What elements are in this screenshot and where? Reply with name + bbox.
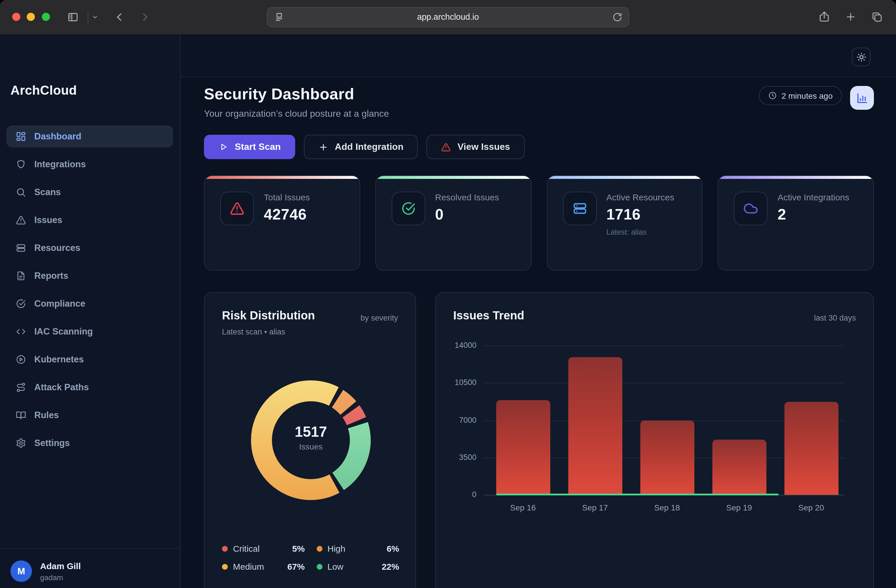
theme-toggle-button[interactable] xyxy=(852,48,870,66)
bar-chart-icon xyxy=(856,92,868,104)
reload-icon[interactable] xyxy=(613,12,622,22)
traffic-light-close[interactable] xyxy=(12,13,20,21)
plus-icon xyxy=(318,142,328,152)
address-bar[interactable]: app.archcloud.io xyxy=(267,7,629,27)
alert-triangle-icon xyxy=(16,215,26,225)
sun-icon xyxy=(856,52,866,62)
stat-card-accent xyxy=(547,176,702,179)
sidebar-user-section: M Adam Gill gadam Sign out xyxy=(0,548,180,588)
y-axis-tick: 14000 xyxy=(440,341,477,349)
add-integration-button[interactable]: Add Integration xyxy=(304,135,418,159)
legend-percent: 5% xyxy=(292,544,305,553)
check-circle-icon xyxy=(401,201,416,216)
legend-dot xyxy=(316,545,322,552)
share-icon[interactable] xyxy=(818,11,830,23)
cloud-icon xyxy=(744,201,759,216)
risk-card-subtitle: Latest scan • alias xyxy=(222,328,285,336)
tabs-overview-icon[interactable] xyxy=(871,11,883,23)
sidebar-item-reports[interactable]: Reports xyxy=(6,265,173,287)
start-scan-button[interactable]: Start Scan xyxy=(204,135,295,159)
play-circle-icon xyxy=(16,354,26,365)
sidebar: ArchCloud DashboardIntegrationsScansIssu… xyxy=(0,34,181,588)
sidebar-item-label: Issues xyxy=(34,215,62,225)
legend-dot xyxy=(222,564,228,570)
donut-svg xyxy=(250,379,372,501)
x-axis-label: Sep 17 xyxy=(563,503,627,512)
chevron-down-icon[interactable] xyxy=(92,14,98,20)
sidebar-item-settings[interactable]: Settings xyxy=(6,432,173,454)
legend-percent: 67% xyxy=(287,562,305,571)
sidebar-item-issues[interactable]: Issues xyxy=(6,209,173,231)
x-axis-label: Sep 16 xyxy=(491,503,555,512)
sidebar-item-kubernetes[interactable]: Kubernetes xyxy=(6,348,173,371)
y-axis-tick: 0 xyxy=(440,490,477,499)
stat-value: 1716 xyxy=(606,205,674,223)
legend-percent: 6% xyxy=(387,544,399,553)
legend-label: High xyxy=(328,544,346,553)
dashboard-content: Security Dashboard Your organization’s c… xyxy=(181,77,896,588)
sidebar-toggle-icon[interactable] xyxy=(67,12,78,23)
check-circle-icon xyxy=(16,298,26,309)
server-icon xyxy=(16,243,26,253)
sidebar-item-scans[interactable]: Scans xyxy=(6,181,173,203)
sidebar-item-label: Settings xyxy=(34,438,70,448)
sidebar-item-integrations[interactable]: Integrations xyxy=(6,153,173,175)
browser-toolbar: app.archcloud.io xyxy=(0,0,896,34)
risk-legend: Critical5%High6%Medium67%Low22% xyxy=(222,544,399,571)
stat-icon-box xyxy=(220,191,254,225)
stat-card-accent xyxy=(376,176,531,179)
issues-trend-chart: 0350070001050014000Sep 16Sep 17Sep 18Sep… xyxy=(436,293,873,588)
trend-bar-sep-17 xyxy=(568,357,622,495)
avatar[interactable]: M xyxy=(11,561,32,582)
reports-chart-button[interactable] xyxy=(850,86,874,110)
y-axis-tick: 3500 xyxy=(440,453,477,462)
legend-dot xyxy=(222,545,228,552)
view-issues-label: View Issues xyxy=(457,142,510,152)
stat-label: Total Issues xyxy=(264,191,310,203)
forward-icon[interactable] xyxy=(139,12,151,23)
new-tab-icon[interactable] xyxy=(845,11,856,23)
url-text: app.archcloud.io xyxy=(267,12,629,21)
gridline xyxy=(483,346,844,346)
sidebar-item-label: Attack Paths xyxy=(34,382,89,393)
stat-value: 2 xyxy=(778,205,850,223)
stat-card-accent xyxy=(204,176,360,179)
sidebar-item-attack-paths[interactable]: Attack Paths xyxy=(6,376,173,398)
search-icon xyxy=(16,187,26,198)
y-axis-tick: 7000 xyxy=(440,416,477,424)
last-updated-pill[interactable]: 2 minutes ago xyxy=(759,86,842,105)
donut-segment-medium xyxy=(262,391,334,489)
sidebar-item-dashboard[interactable]: Dashboard xyxy=(6,125,173,147)
x-axis-label: Sep 19 xyxy=(707,503,771,512)
sidebar-item-label: Resources xyxy=(34,243,81,253)
dashboard-icon xyxy=(16,131,26,142)
trend-bar-sep-18 xyxy=(640,420,694,495)
main-area: Security Dashboard Your organization’s c… xyxy=(181,34,896,588)
server-icon xyxy=(572,201,587,216)
legend-percent: 22% xyxy=(382,562,399,571)
sidebar-item-compliance[interactable]: Compliance xyxy=(6,293,173,315)
back-icon[interactable] xyxy=(114,12,125,23)
alert-triangle-icon xyxy=(441,142,451,152)
sidebar-item-resources[interactable]: Resources xyxy=(6,237,173,259)
stat-card-resolved-issues: Resolved Issues0 xyxy=(375,175,532,270)
sidebar-item-label: IAC Scanning xyxy=(34,327,93,337)
page-subtitle: Your organization’s cloud posture at a g… xyxy=(204,109,389,119)
view-issues-button[interactable]: View Issues xyxy=(427,135,525,159)
stat-label: Active Integrations xyxy=(778,191,850,203)
sidebar-item-label: Rules xyxy=(34,410,59,421)
user-handle: gadam xyxy=(40,573,63,582)
traffic-light-minimize[interactable] xyxy=(27,13,35,21)
stat-label: Active Resources xyxy=(606,191,674,203)
legend-item-critical: Critical5% xyxy=(222,544,305,553)
traffic-light-zoom[interactable] xyxy=(42,13,50,21)
x-axis-label: Sep 18 xyxy=(635,503,699,512)
sidebar-item-label: Integrations xyxy=(34,159,86,170)
sidebar-item-rules[interactable]: Rules xyxy=(6,404,173,426)
trend-bar-sep-16 xyxy=(496,400,550,495)
sidebar-item-iac-scanning[interactable]: IAC Scanning xyxy=(6,321,173,343)
sidebar-item-label: Reports xyxy=(34,270,68,281)
stat-card-accent xyxy=(718,176,874,179)
sidebar-item-label: Compliance xyxy=(34,298,85,309)
x-axis-label: Sep 20 xyxy=(779,503,843,512)
